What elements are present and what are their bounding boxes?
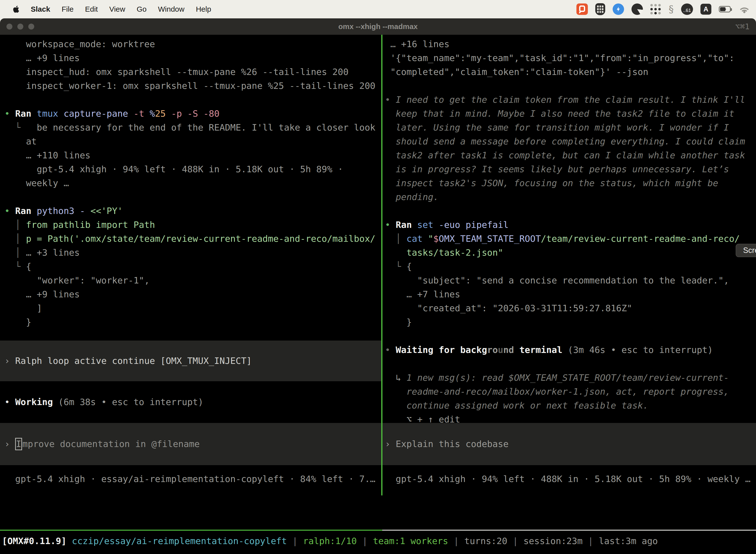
terminal-line: ↳ 1 new msg(s): read $OMX_TEAM_STATE_ROO… [385, 371, 756, 385]
working-status: • Working (6m 38s • esc to interrupt) [0, 395, 381, 409]
terminal-line: └ be necessary for the end of the README… [4, 121, 381, 134]
terminal-line: … +7 lines [385, 287, 756, 301]
terminal-line: readme-and-reco/mailbox/worker-1.json, a… [385, 385, 756, 399]
pane-worker[interactable]: workspace_mode: worktree … +9 lines insp… [0, 35, 381, 495]
pane-border-active [0, 530, 382, 531]
terminal-line: … +16 lines [385, 37, 756, 51]
percent-badge-61-icon[interactable]: ..61 [681, 3, 693, 15]
chat-app-icon[interactable] [576, 3, 588, 15]
omx-status-line: [OMX#0.11.9] cczip/essay/ai-reimplementa… [0, 534, 756, 548]
terminal-line: "completed","claim_token":"claim-token"}… [385, 65, 756, 79]
terminal-line: • Ran set -euo pipefail [385, 218, 756, 232]
terminal-line: └ { [385, 260, 756, 274]
prompt-chevron: › [4, 437, 15, 451]
prompt-placeholder: mprove documentation in @filename [22, 437, 200, 451]
model-status-right: gpt-5.4 xhigh · 94% left · 488K in · 5.1… [382, 472, 756, 486]
terminal-line: should send a message before completing … [385, 134, 756, 149]
terminal-line: gpt-5.4 xhigh · 94% left · 488K in · 5.1… [4, 162, 381, 176]
terminal-line: task2 after task1 is complete, but can I… [385, 149, 756, 162]
terminal-line: keep that in mind. Maybe I also need the… [385, 107, 756, 121]
terminal-line [385, 357, 756, 371]
menu-item-window[interactable]: Window [158, 5, 185, 13]
menu-item-help[interactable]: Help [196, 5, 211, 13]
terminal-line: • I need to get the claim token from the… [385, 93, 756, 107]
menu-item-view[interactable]: View [109, 5, 125, 13]
terminal-line: "worker": "worker-1", [4, 274, 381, 287]
terminal-line: ] [4, 301, 381, 315]
menu-item-edit[interactable]: Edit [85, 5, 98, 13]
terminal-output-left: workspace_mode: worktree … +9 lines insp… [0, 37, 381, 329]
text-cursor: I [15, 438, 22, 450]
terminal-line [385, 329, 756, 343]
terminal-line: } [385, 315, 756, 329]
terminal-line: • Waiting for background terminal (3m 46… [385, 343, 756, 357]
terminal-output-right: … +16 lines '{"team_name":"my-team","tas… [382, 37, 756, 427]
terminal-line [385, 79, 756, 93]
input-source-a-icon[interactable]: A [700, 4, 711, 15]
terminal-line: } [4, 315, 381, 329]
terminal-line: inspect task2's JSON, focusing on the st… [385, 176, 756, 190]
prompt-input-right[interactable]: › Explain this codebase [382, 423, 756, 465]
terminal-line [385, 204, 756, 218]
blue-bolt-badge-icon[interactable] [613, 3, 624, 15]
terminal-line: workspace_mode: worktree [4, 37, 381, 51]
terminal-line: "created_at": "2026-03-31T11:59:27.816Z" [385, 301, 756, 315]
shield-grid-icon[interactable] [595, 3, 605, 15]
screen-tooltip: Scre [736, 244, 756, 257]
squiggle-icon[interactable]: § [669, 3, 674, 15]
battery-charging-icon[interactable] [719, 6, 731, 12]
terminal-line: weekly … [4, 176, 381, 190]
terminal-line: │ p = Path('.omx/state/team/review-curre… [4, 232, 381, 246]
terminal-line: │ … +3 lines [4, 246, 381, 260]
apple-logo-icon[interactable] [13, 5, 19, 13]
terminal-line: … +110 lines [4, 149, 381, 162]
terminal-line: inspect_worker-1: omx sparkshell --tmux-… [4, 79, 381, 93]
terminal-line: is in progress? It seems likely but perh… [385, 162, 756, 176]
window-title: omx --xhigh --madmax [0, 22, 756, 31]
terminal-line: continue assigned work or next feasible … [385, 399, 756, 412]
menu-item-file[interactable]: File [62, 5, 73, 13]
menu-bar: SlackFileEditViewGoWindowHelp § ..61 A [0, 0, 756, 18]
terminal-line: │ cat "$OMX_TEAM_STATE_ROOT/team/review-… [385, 232, 756, 246]
dots-grid-icon[interactable] [650, 4, 661, 15]
terminal-line [4, 93, 381, 107]
ralph-loop-banner: › Ralph loop active continue [OMX_TMUX_I… [0, 340, 381, 381]
terminal[interactable]: workspace_mode: worktree … +9 lines insp… [0, 35, 756, 554]
terminal-line: • Ran tmux capture-pane -t %25 -p -S -80 [4, 107, 381, 121]
terminal-line: … +9 lines [4, 287, 381, 301]
terminal-line: └ { [4, 260, 381, 274]
wifi-icon[interactable] [738, 4, 751, 14]
pane-border-inactive [382, 530, 756, 531]
terminal-line: │ from pathlib import Path [4, 218, 381, 232]
terminal-line: '{"team_name":"my-team","task_id":"1","f… [385, 51, 756, 65]
pane-hud[interactable]: … +16 lines '{"team_name":"my-team","tas… [382, 35, 756, 495]
terminal-line: "subject": "send a concise recommendatio… [385, 274, 756, 287]
menu-item-go[interactable]: Go [137, 5, 146, 13]
terminal-line: • Ran python3 - <<'PY' [4, 204, 381, 218]
terminal-line [4, 190, 381, 204]
terminal-line: pending. [385, 190, 756, 204]
prompt-input-left[interactable]: › Improve documentation in @filename [0, 423, 381, 465]
prompt-chevron: › [385, 437, 396, 451]
terminal-line: later. Using the same for transition mig… [385, 121, 756, 134]
menu-item-slack[interactable]: Slack [31, 5, 50, 13]
model-status-left: gpt-5.4 xhigh · essay/ai-reimplementatio… [0, 472, 381, 486]
terminal-line: at [4, 134, 381, 149]
terminal-line: … +9 lines [4, 51, 381, 65]
terminal-line: inspect_hud: omx sparkshell --tmux-pane … [4, 65, 381, 79]
window-title-bar[interactable]: omx --xhigh --madmax ⌥⌘1 [0, 18, 756, 35]
pie-chart-icon[interactable] [631, 3, 643, 15]
terminal-line: tasks/task-2.json" [385, 246, 756, 260]
prompt-placeholder: Explain this codebase [396, 437, 508, 451]
